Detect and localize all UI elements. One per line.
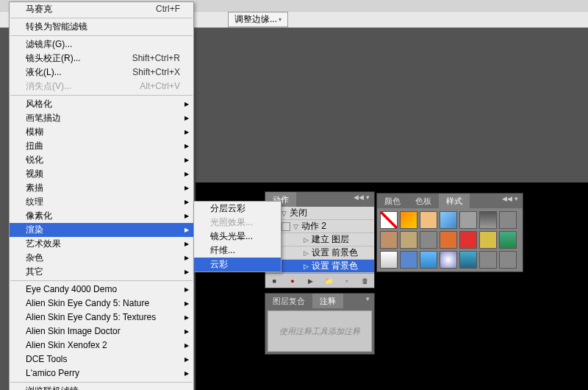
panel-collapse-icon[interactable]: ◀◀ ▾ (349, 192, 374, 207)
action-label: 建立 图层 (312, 233, 349, 246)
style-swatch[interactable] (400, 211, 417, 229)
menu-item-eye-candy-demo[interactable]: Eye Candy 4000 Demo (10, 283, 193, 297)
menu-label: 渲染 (26, 224, 43, 235)
menu-item-noise[interactable]: 杂色 (10, 251, 193, 265)
action-row-set-background[interactable]: ✓ ▷ 设置 背景色 (265, 260, 374, 273)
tab-layer-comp[interactable]: 图层复合 (265, 294, 312, 308)
menu-item-other[interactable]: 其它 (10, 265, 193, 279)
style-swatch[interactable] (380, 231, 398, 249)
style-swatch[interactable] (380, 251, 398, 269)
adjust-edges-button[interactable]: 调整边缘... (228, 12, 288, 27)
menu-label: Eye Candy 4000 Demo (26, 284, 117, 295)
style-swatch[interactable] (479, 231, 497, 249)
disclosure-icon[interactable]: ▽ (282, 210, 287, 217)
menu-item-browse-online[interactable]: 浏览联机滤镜... (10, 384, 193, 390)
submenu-item-clouds[interactable]: 云彩 (194, 258, 281, 272)
panel-menu-icon[interactable]: ▾ (362, 294, 374, 308)
menu-item-stylize[interactable]: 风格化 (10, 97, 193, 111)
menu-item-alien-xenofex[interactable]: Alien Skin Xenofex 2 (10, 338, 193, 352)
menu-label: Alien Skin Image Doctor (26, 326, 121, 337)
stop-button[interactable]: ■ (269, 276, 279, 286)
style-swatch[interactable] (440, 251, 457, 269)
menu-label: 其它 (26, 266, 43, 277)
menu-label: 艺术效果 (26, 238, 61, 249)
menu-label: 浏览联机滤镜... (26, 386, 86, 390)
dialog-toggle-icon[interactable] (282, 222, 290, 231)
menu-item-alien-textures[interactable]: Alien Skin Eye Candy 5: Textures (10, 311, 193, 325)
menu-item-distort[interactable]: 扭曲 (10, 139, 193, 153)
new-set-button[interactable]: 📁 (323, 276, 334, 286)
style-swatch[interactable] (440, 231, 457, 249)
style-swatch[interactable] (499, 211, 517, 229)
new-action-button[interactable]: ▫ (342, 276, 352, 286)
style-swatch[interactable] (420, 251, 437, 269)
menu-item-vanishing-point: 消失点(V)... Alt+Ctrl+V (10, 79, 193, 93)
action-label: 设置 前景色 (312, 247, 358, 259)
action-row-set-foreground[interactable]: ✓ ▷ 设置 前景色 (265, 247, 374, 260)
menu-label: Alien Skin Xenofex 2 (26, 340, 107, 351)
action-row-create-layer[interactable]: ✓ ▷ 建立 图层 (265, 233, 374, 247)
action-row-close[interactable]: ✓ ▽ 关闭 (265, 207, 374, 220)
style-swatch[interactable] (440, 211, 457, 229)
play-button[interactable]: ▶ (306, 276, 316, 286)
tab-swatches[interactable]: 色板 (408, 194, 439, 208)
filter-menu: 马赛克 Ctrl+F 转换为智能滤镜 滤镜库(G)... 镜头校正(R)... … (9, 1, 194, 390)
disclosure-icon[interactable]: ▽ (293, 223, 298, 230)
menu-item-brush-strokes[interactable]: 画笔描边 (10, 111, 193, 125)
tab-color[interactable]: 颜色 (377, 194, 408, 208)
tab-notes[interactable]: 注释 (312, 294, 343, 308)
actions-footer: ■ ● ▶ 📁 ▫ 🗑 (265, 273, 374, 288)
action-row-action2[interactable]: ✓ ▽ 动作 2 (265, 220, 374, 233)
style-swatch[interactable] (459, 211, 477, 229)
menu-label: 杂色 (26, 252, 43, 263)
style-swatch[interactable] (400, 251, 417, 269)
menu-item-artistic[interactable]: 艺术效果 (10, 237, 193, 251)
menu-item-video[interactable]: 视频 (10, 167, 193, 181)
menu-item-dce-tools[interactable]: DCE Tools (10, 352, 193, 366)
style-swatch[interactable] (499, 231, 517, 249)
style-swatch[interactable] (380, 211, 398, 229)
style-swatch[interactable] (479, 211, 497, 229)
action-label: 动作 2 (301, 220, 326, 233)
menu-item-lens-correction[interactable]: 镜头校正(R)... Shift+Ctrl+R (10, 52, 193, 65)
menu-label: 画笔描边 (26, 113, 61, 124)
menu-item-alien-doctor[interactable]: Alien Skin Image Doctor (10, 325, 193, 338)
disclosure-icon[interactable]: ▷ (304, 249, 309, 257)
submenu-item-diff-clouds[interactable]: 分层云彩 (194, 202, 281, 216)
submenu-item-fibers[interactable]: 纤维... (194, 244, 281, 258)
menu-item-convert-smart[interactable]: 转换为智能滤镜 (10, 20, 193, 34)
menu-item-sketch[interactable]: 素描 (10, 181, 193, 195)
menu-label: 光照效果... (210, 217, 253, 228)
panel-collapse-icon[interactable]: ◀◀ ▾ (498, 194, 523, 208)
submenu-item-lens-flare[interactable]: 镜头光晕... (194, 230, 281, 244)
submenu-item-lighting: 光照效果... (194, 216, 281, 230)
menu-label: 纹理 (26, 196, 43, 208)
menu-item-lamico[interactable]: L'amico Perry (10, 366, 193, 380)
menu-item-mosaic[interactable]: 马赛克 Ctrl+F (10, 2, 193, 16)
record-button[interactable]: ● (287, 276, 298, 286)
style-swatch[interactable] (479, 251, 497, 269)
disclosure-icon[interactable]: ▷ (304, 263, 309, 270)
menu-item-pixelate[interactable]: 像素化 (10, 209, 193, 223)
menu-item-sharpen[interactable]: 锐化 (10, 153, 193, 167)
menu-item-liquify[interactable]: 液化(L)... Shift+Ctrl+X (10, 65, 193, 79)
style-swatch[interactable] (459, 251, 477, 269)
trash-button[interactable]: 🗑 (360, 276, 370, 286)
styles-panel-tabs: 颜色 色板 样式 ◀◀ ▾ (377, 194, 523, 208)
menu-item-blur[interactable]: 模糊 (10, 125, 193, 139)
adjust-edges-label: 调整边缘... (234, 13, 277, 26)
actions-panel-tabs: 动作 ◀◀ ▾ (265, 192, 374, 207)
style-swatch[interactable] (400, 231, 417, 249)
styles-panel: 颜色 色板 样式 ◀◀ ▾ (376, 193, 523, 272)
menu-label: 液化(L)... (26, 67, 62, 78)
style-swatch[interactable] (420, 231, 437, 249)
menu-item-render[interactable]: 渲染 (10, 223, 193, 237)
disclosure-icon[interactable]: ▷ (304, 236, 309, 244)
style-swatch[interactable] (420, 211, 437, 229)
style-swatch[interactable] (499, 251, 517, 269)
menu-item-alien-nature[interactable]: Alien Skin Eye Candy 5: Nature (10, 297, 193, 311)
menu-item-filter-gallery[interactable]: 滤镜库(G)... (10, 38, 193, 52)
menu-item-texture[interactable]: 纹理 (10, 195, 193, 209)
tab-styles[interactable]: 样式 (439, 194, 470, 208)
style-swatch[interactable] (459, 231, 477, 249)
